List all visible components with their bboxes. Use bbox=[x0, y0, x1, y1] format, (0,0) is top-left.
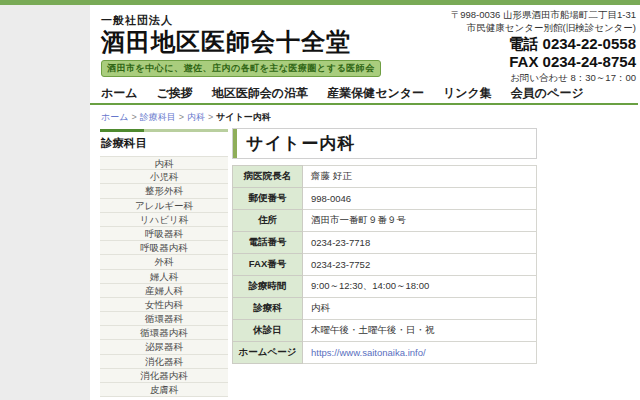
phone-number: 電話 0234-22-0558 bbox=[451, 35, 636, 54]
clinic-info-table: 病医院長名齋藤 好正郵便番号998-0046住所酒田市一番町９番９号電話番号02… bbox=[232, 165, 537, 364]
table-row-7: 休診日木曜午後・土曜午後・日・祝 bbox=[233, 320, 537, 342]
table-row-5: 診療時間9:00～12:30、14:00～18:00 bbox=[233, 276, 537, 298]
nav-item-5[interactable]: 会員のページ bbox=[511, 85, 584, 102]
nav-divider bbox=[90, 103, 638, 105]
sidebar-item-10[interactable]: 女性内科 bbox=[100, 298, 228, 312]
table-row-2: 住所酒田市一番町９番９号 bbox=[233, 210, 537, 232]
sidebar-title: 診療科目 bbox=[100, 132, 228, 156]
org-type-label: 一般社団法人 bbox=[101, 13, 381, 28]
breadcrumb-separator: > bbox=[179, 112, 184, 122]
header-contact-block: 〒998-0036 山形県酒田市船場町二丁目1-31 市民健康センター別館(旧検… bbox=[451, 9, 636, 85]
nav-item-2[interactable]: 地区医師会の沿革 bbox=[212, 85, 308, 102]
table-row-label: 病医院長名 bbox=[233, 166, 303, 188]
sidebar-item-2[interactable]: 整形外科 bbox=[100, 184, 228, 198]
sidebar-item-5[interactable]: 呼吸器科 bbox=[100, 227, 228, 241]
table-row-label: 住所 bbox=[233, 210, 303, 232]
sidebar-item-4[interactable]: リハビリ科 bbox=[100, 213, 228, 227]
sidebar-department-list: 内科小児科整形外科アレルギー科リハビリ科呼吸器科呼吸器内科外科婦人科産婦人科女性… bbox=[100, 156, 228, 397]
nav-item-0[interactable]: ホーム bbox=[101, 85, 138, 102]
table-row-3: 電話番号0234-23-7718 bbox=[233, 232, 537, 254]
table-row-value: 齋藤 好正 bbox=[303, 166, 537, 188]
table-row-value: 0234-23-7718 bbox=[303, 232, 537, 254]
table-row-value: 0234-23-7752 bbox=[303, 254, 537, 276]
table-row-label: FAX番号 bbox=[233, 254, 303, 276]
breadcrumb-link-2[interactable]: 内科 bbox=[187, 112, 205, 122]
table-row-label: ホームページ bbox=[233, 342, 303, 364]
table-row-1: 郵便番号998-0046 bbox=[233, 188, 537, 210]
sidebar-item-8[interactable]: 婦人科 bbox=[100, 270, 228, 284]
top-accent-bar bbox=[0, 0, 640, 5]
sidebar-item-7[interactable]: 外科 bbox=[100, 255, 228, 269]
table-row-value: 998-0046 bbox=[303, 188, 537, 210]
clinic-title-box: サイトー内科 bbox=[232, 128, 537, 159]
postal-address-line1: 〒998-0036 山形県酒田市船場町二丁目1-31 bbox=[451, 9, 636, 22]
title-accent-bar bbox=[233, 129, 237, 158]
table-row-0: 病医院長名齋藤 好正 bbox=[233, 166, 537, 188]
table-row-8: ホームページhttps://www.saitonaika.info/ bbox=[233, 342, 537, 364]
sidebar-item-1[interactable]: 小児科 bbox=[100, 170, 228, 184]
content-area: 一般社団法人 酒田地区医師会十全堂 酒田市を中心に、遊佐、庄内の各町を主な医療圏… bbox=[90, 0, 640, 400]
nav-item-4[interactable]: リンク集 bbox=[443, 85, 492, 102]
table-row-4: FAX番号0234-23-7752 bbox=[233, 254, 537, 276]
nav-item-1[interactable]: ご挨拶 bbox=[157, 85, 193, 102]
table-row-6: 診療科内科 bbox=[233, 298, 537, 320]
homepage-link[interactable]: https://www.saitonaika.info/ bbox=[311, 347, 426, 358]
sidebar-item-6[interactable]: 呼吸器内科 bbox=[100, 241, 228, 255]
table-row-value: 木曜午後・土曜午後・日・祝 bbox=[303, 320, 537, 342]
table-row-value: https://www.saitonaika.info/ bbox=[303, 342, 537, 364]
table-row-label: 郵便番号 bbox=[233, 188, 303, 210]
clinic-info-table-body: 病医院長名齋藤 好正郵便番号998-0046住所酒田市一番町９番９号電話番号02… bbox=[233, 166, 537, 364]
breadcrumb-separator: > bbox=[131, 112, 136, 122]
page-title: サイトー内科 bbox=[246, 132, 355, 155]
breadcrumb: ホーム>診療科目>内科>サイトー内科 bbox=[101, 111, 271, 124]
table-row-label: 診療時間 bbox=[233, 276, 303, 298]
postal-address-line2: 市民健康センター別館(旧検診センター) bbox=[451, 22, 636, 35]
table-row-label: 診療科 bbox=[233, 298, 303, 320]
table-row-value: 内科 bbox=[303, 298, 537, 320]
sidebar-item-16[interactable]: 皮膚科 bbox=[100, 383, 228, 397]
nav-menu: ホームご挨拶地区医師会の沿革産業保健センターリンク集会員のページ bbox=[101, 85, 640, 102]
main-content: サイトー内科 病医院長名齋藤 好正郵便番号998-0046住所酒田市一番町９番９… bbox=[232, 128, 537, 364]
sidebar-item-3[interactable]: アレルギー科 bbox=[100, 199, 228, 213]
org-name: 酒田地区医師会十全堂 bbox=[101, 28, 381, 56]
table-row-label: 休診日 bbox=[233, 320, 303, 342]
sidebar-item-11[interactable]: 循環器科 bbox=[100, 312, 228, 326]
sidebar-item-13[interactable]: 泌尿器科 bbox=[100, 340, 228, 354]
breadcrumb-link-0[interactable]: ホーム bbox=[101, 112, 128, 122]
breadcrumb-separator: > bbox=[208, 112, 213, 122]
table-row-label: 電話番号 bbox=[233, 232, 303, 254]
sidebar-item-9[interactable]: 産婦人科 bbox=[100, 284, 228, 298]
sidebar-departments: 診療科目 内科小児科整形外科アレルギー科リハビリ科呼吸器科呼吸器内科外科婦人科産… bbox=[100, 129, 228, 397]
sidebar-item-15[interactable]: 消化器内科 bbox=[100, 369, 228, 383]
fax-number: FAX 0234-24-8754 bbox=[451, 53, 636, 72]
sidebar-item-12[interactable]: 循環器内科 bbox=[100, 326, 228, 340]
site-tagline: 酒田市を中心に、遊佐、庄内の各町を主な医療圏とする医師会 bbox=[101, 60, 381, 77]
breadcrumb-link-1[interactable]: 診療科目 bbox=[140, 112, 176, 122]
table-row-value: 酒田市一番町９番９号 bbox=[303, 210, 537, 232]
inquiry-hours: お問い合わせ 8：30～17：00 bbox=[451, 72, 636, 85]
table-row-value: 9:00～12:30、14:00～18:00 bbox=[303, 276, 537, 298]
breadcrumb-current: サイトー内科 bbox=[216, 112, 271, 122]
sidebar-item-0[interactable]: 内科 bbox=[100, 156, 228, 170]
sidebar-item-14[interactable]: 消化器科 bbox=[100, 355, 228, 369]
nav-item-3[interactable]: 産業保健センター bbox=[327, 85, 424, 102]
site-logo[interactable]: 一般社団法人 酒田地区医師会十全堂 酒田市を中心に、遊佐、庄内の各町を主な医療圏… bbox=[101, 13, 381, 77]
